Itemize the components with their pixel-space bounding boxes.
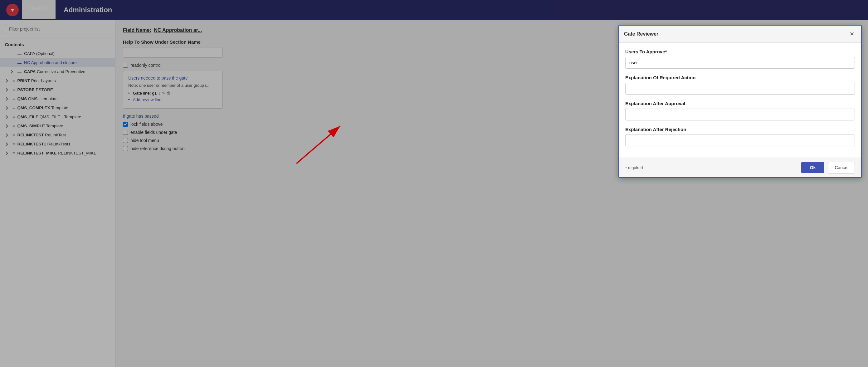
- explanation-rejection-input[interactable]: [625, 134, 855, 146]
- dialog-overlay: Gate Reviewer ✕ Users To Approve* Explan…: [116, 20, 868, 367]
- main-content: Field Name: NC Approbation ar... Help To…: [116, 20, 868, 367]
- ok-button[interactable]: Ok: [801, 162, 825, 173]
- dialog-header: Gate Reviewer ✕: [619, 26, 861, 43]
- close-dialog-button[interactable]: ✕: [848, 30, 856, 38]
- explanation-rejection-label: Explanation After Rejection: [625, 127, 855, 132]
- dialog-title: Gate Reviewer: [624, 31, 658, 37]
- dialog-footer: * required Ok Cancel: [619, 158, 861, 177]
- users-input[interactable]: [625, 57, 855, 69]
- required-note: * required: [625, 165, 643, 170]
- explanation-approval-input[interactable]: [625, 109, 855, 120]
- dialog-body: Users To Approve* Explanation Of Require…: [619, 43, 861, 158]
- explanation-action-input[interactable]: [625, 83, 855, 95]
- cancel-button[interactable]: Cancel: [828, 162, 855, 174]
- users-label: Users To Approve*: [625, 49, 855, 54]
- gate-reviewer-dialog: Gate Reviewer ✕ Users To Approve* Explan…: [618, 25, 862, 178]
- explanation-approval-label: Explanation After Approval: [625, 101, 855, 106]
- explanation-action-label: Explanation Of Required Action: [625, 75, 855, 80]
